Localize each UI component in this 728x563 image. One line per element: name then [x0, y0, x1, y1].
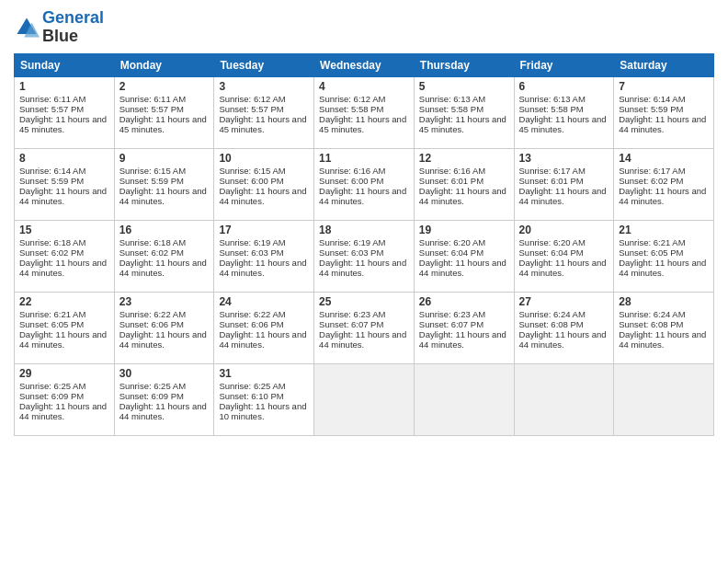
sunrise-label: Sunrise: 6:13 AM	[519, 94, 586, 104]
daylight-label: Daylight: 11 hours and 45 minutes.	[19, 114, 107, 134]
calendar-cell: 18 Sunrise: 6:19 AM Sunset: 6:03 PM Dayl…	[314, 220, 415, 292]
calendar-cell: 26 Sunrise: 6:23 AM Sunset: 6:07 PM Dayl…	[414, 292, 514, 363]
sunrise-label: Sunrise: 6:12 AM	[219, 94, 285, 104]
sunrise-label: Sunrise: 6:11 AM	[19, 94, 85, 104]
day-number: 8	[19, 152, 109, 165]
sunrise-label: Sunrise: 6:25 AM	[119, 381, 186, 391]
day-number: 21	[619, 224, 709, 236]
calendar-cell: 27 Sunrise: 6:24 AM Sunset: 6:08 PM Dayl…	[514, 292, 614, 363]
day-number: 1	[19, 80, 109, 93]
calendar-cell: 2 Sunrise: 6:11 AM Sunset: 5:57 PM Dayli…	[114, 76, 214, 148]
sunset-label: Sunset: 6:02 PM	[619, 176, 683, 186]
daylight-label: Daylight: 11 hours and 44 minutes.	[619, 186, 706, 206]
sunset-label: Sunset: 6:02 PM	[19, 247, 84, 258]
calendar-cell	[514, 363, 614, 435]
sunset-label: Sunset: 5:57 PM	[19, 104, 84, 114]
calendar-cell: 22 Sunrise: 6:21 AM Sunset: 6:05 PM Dayl…	[15, 292, 115, 363]
sunrise-label: Sunrise: 6:18 AM	[19, 237, 85, 247]
sunrise-label: Sunrise: 6:22 AM	[119, 309, 186, 319]
sunset-label: Sunset: 6:05 PM	[19, 319, 84, 329]
daylight-label: Daylight: 11 hours and 44 minutes.	[419, 329, 506, 350]
calendar-cell: 20 Sunrise: 6:20 AM Sunset: 6:04 PM Dayl…	[514, 220, 614, 292]
calendar-cell: 12 Sunrise: 6:16 AM Sunset: 6:01 PM Dayl…	[414, 148, 514, 220]
weekday-header-friday: Friday	[514, 53, 614, 76]
calendar-cell: 13 Sunrise: 6:17 AM Sunset: 6:01 PM Dayl…	[514, 148, 614, 220]
sunset-label: Sunset: 5:58 PM	[419, 104, 483, 114]
calendar-cell: 5 Sunrise: 6:13 AM Sunset: 5:58 PM Dayli…	[414, 76, 514, 148]
daylight-label: Daylight: 11 hours and 44 minutes.	[519, 186, 607, 206]
sunrise-label: Sunrise: 6:16 AM	[419, 166, 485, 176]
day-number: 3	[219, 80, 309, 93]
daylight-label: Daylight: 11 hours and 44 minutes.	[419, 186, 506, 206]
calendar-cell: 8 Sunrise: 6:14 AM Sunset: 5:59 PM Dayli…	[15, 148, 115, 220]
daylight-label: Daylight: 11 hours and 44 minutes.	[219, 258, 306, 278]
calendar-cell: 17 Sunrise: 6:19 AM Sunset: 6:03 PM Dayl…	[214, 220, 314, 292]
sunset-label: Sunset: 6:07 PM	[419, 319, 483, 329]
calendar-cell: 15 Sunrise: 6:18 AM Sunset: 6:02 PM Dayl…	[15, 220, 115, 292]
sunrise-label: Sunrise: 6:14 AM	[19, 166, 85, 176]
calendar-cell: 19 Sunrise: 6:20 AM Sunset: 6:04 PM Dayl…	[414, 220, 514, 292]
calendar-cell	[314, 363, 415, 435]
daylight-label: Daylight: 11 hours and 45 minutes.	[519, 114, 607, 134]
sunset-label: Sunset: 6:03 PM	[219, 247, 283, 258]
calendar-cell: 29 Sunrise: 6:25 AM Sunset: 6:09 PM Dayl…	[15, 363, 115, 435]
logo: General Blue	[14, 9, 104, 46]
sunrise-label: Sunrise: 6:16 AM	[319, 166, 385, 176]
calendar-cell: 10 Sunrise: 6:15 AM Sunset: 6:00 PM Dayl…	[214, 148, 314, 220]
day-number: 6	[519, 80, 609, 93]
sunset-label: Sunset: 6:04 PM	[519, 247, 584, 258]
sunrise-label: Sunrise: 6:14 AM	[619, 94, 685, 104]
daylight-label: Daylight: 11 hours and 44 minutes.	[319, 186, 406, 206]
calendar-cell: 4 Sunrise: 6:12 AM Sunset: 5:58 PM Dayli…	[314, 76, 415, 148]
logo-text: General Blue	[42, 9, 104, 46]
daylight-label: Daylight: 11 hours and 44 minutes.	[119, 258, 207, 278]
day-number: 15	[19, 224, 109, 236]
sunset-label: Sunset: 6:04 PM	[419, 247, 483, 258]
sunset-label: Sunset: 6:09 PM	[119, 391, 184, 401]
sunset-label: Sunset: 5:59 PM	[619, 104, 683, 114]
sunrise-label: Sunrise: 6:23 AM	[319, 309, 385, 319]
daylight-label: Daylight: 11 hours and 44 minutes.	[419, 258, 506, 278]
logo-icon	[14, 15, 40, 40]
sunrise-label: Sunrise: 6:11 AM	[119, 94, 186, 104]
sunset-label: Sunset: 6:02 PM	[119, 247, 184, 258]
weekday-header-saturday: Saturday	[614, 53, 714, 76]
sunrise-label: Sunrise: 6:20 AM	[419, 237, 485, 247]
calendar-cell: 11 Sunrise: 6:16 AM Sunset: 6:00 PM Dayl…	[314, 148, 415, 220]
day-number: 9	[119, 152, 210, 165]
page-container: General Blue SundayMondayTuesdayWednesda…	[0, 0, 728, 445]
daylight-label: Daylight: 11 hours and 45 minutes.	[419, 114, 506, 134]
sunset-label: Sunset: 5:57 PM	[119, 104, 184, 114]
calendar-cell: 6 Sunrise: 6:13 AM Sunset: 5:58 PM Dayli…	[514, 76, 614, 148]
calendar-cell: 21 Sunrise: 6:21 AM Sunset: 6:05 PM Dayl…	[614, 220, 714, 292]
sunset-label: Sunset: 6:09 PM	[19, 391, 84, 401]
sunrise-label: Sunrise: 6:21 AM	[19, 309, 85, 319]
sunset-label: Sunset: 5:57 PM	[219, 104, 283, 114]
day-number: 12	[419, 152, 509, 165]
day-number: 22	[19, 295, 109, 308]
sunset-label: Sunset: 5:58 PM	[319, 104, 383, 114]
sunrise-label: Sunrise: 6:24 AM	[619, 309, 685, 319]
daylight-label: Daylight: 11 hours and 44 minutes.	[619, 114, 706, 134]
day-number: 19	[419, 224, 509, 236]
day-number: 29	[19, 367, 109, 380]
calendar-cell: 23 Sunrise: 6:22 AM Sunset: 6:06 PM Dayl…	[114, 292, 214, 363]
weekday-header-monday: Monday	[114, 53, 214, 76]
day-number: 18	[319, 224, 409, 236]
calendar-cell: 1 Sunrise: 6:11 AM Sunset: 5:57 PM Dayli…	[15, 76, 115, 148]
sunset-label: Sunset: 6:03 PM	[319, 247, 383, 258]
calendar-cell: 31 Sunrise: 6:25 AM Sunset: 6:10 PM Dayl…	[214, 363, 314, 435]
sunset-label: Sunset: 5:59 PM	[19, 176, 84, 186]
calendar-cell: 25 Sunrise: 6:23 AM Sunset: 6:07 PM Dayl…	[314, 292, 415, 363]
sunset-label: Sunset: 6:01 PM	[419, 176, 483, 186]
day-number: 7	[619, 80, 709, 93]
daylight-label: Daylight: 11 hours and 44 minutes.	[219, 186, 306, 206]
daylight-label: Daylight: 11 hours and 44 minutes.	[219, 329, 306, 350]
day-number: 27	[519, 295, 609, 308]
sunrise-label: Sunrise: 6:24 AM	[519, 309, 586, 319]
day-number: 24	[219, 295, 309, 308]
sunrise-label: Sunrise: 6:19 AM	[219, 237, 285, 247]
daylight-label: Daylight: 11 hours and 44 minutes.	[119, 186, 207, 206]
sunset-label: Sunset: 6:06 PM	[219, 319, 283, 329]
sunrise-label: Sunrise: 6:25 AM	[19, 381, 85, 391]
